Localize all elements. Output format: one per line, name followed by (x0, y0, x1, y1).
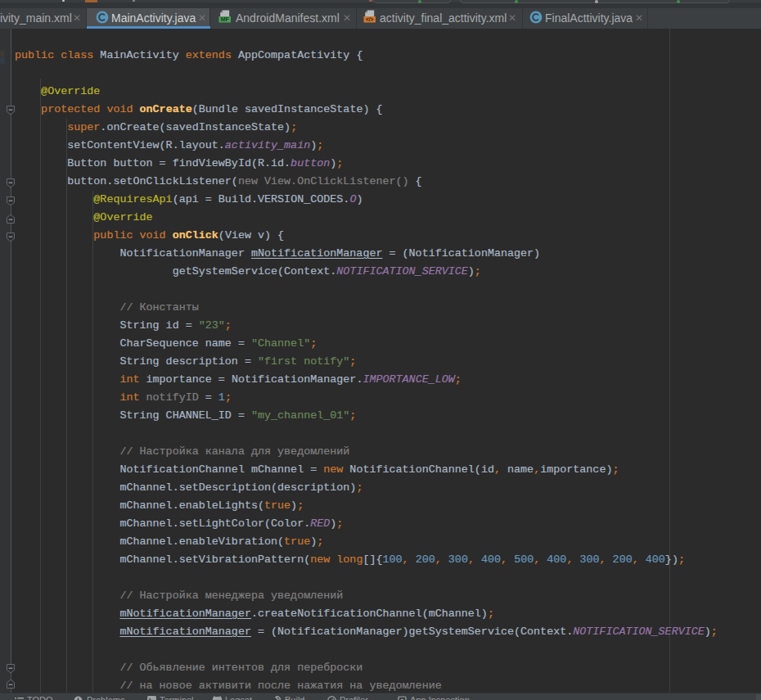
svg-text:MF: MF (221, 16, 230, 22)
svg-text:</>: </> (366, 16, 374, 22)
